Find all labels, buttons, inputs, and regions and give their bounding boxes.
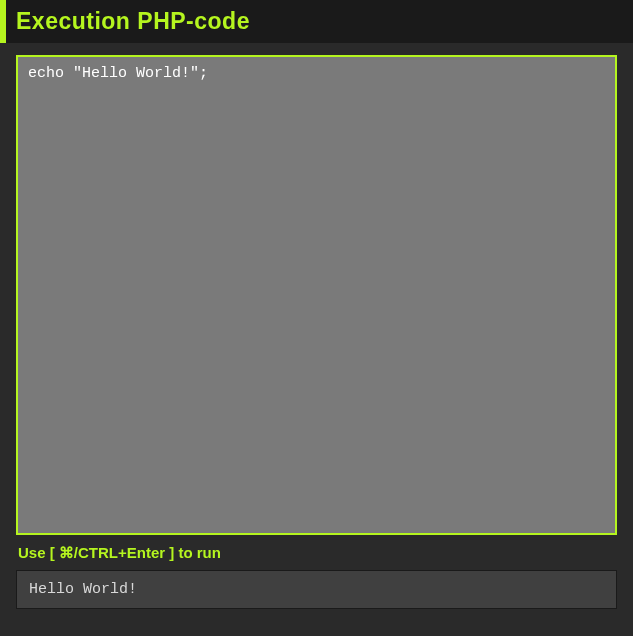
panel-content: Use [ ⌘/CTRL+Enter ] to run Hello World! [0,55,633,609]
run-hint: Use [ ⌘/CTRL+Enter ] to run [16,540,617,570]
panel-title: Execution PHP-code [6,8,633,35]
panel-header: Execution PHP-code [0,0,633,43]
execution-output: Hello World! [16,570,617,609]
php-code-input[interactable] [16,55,617,535]
